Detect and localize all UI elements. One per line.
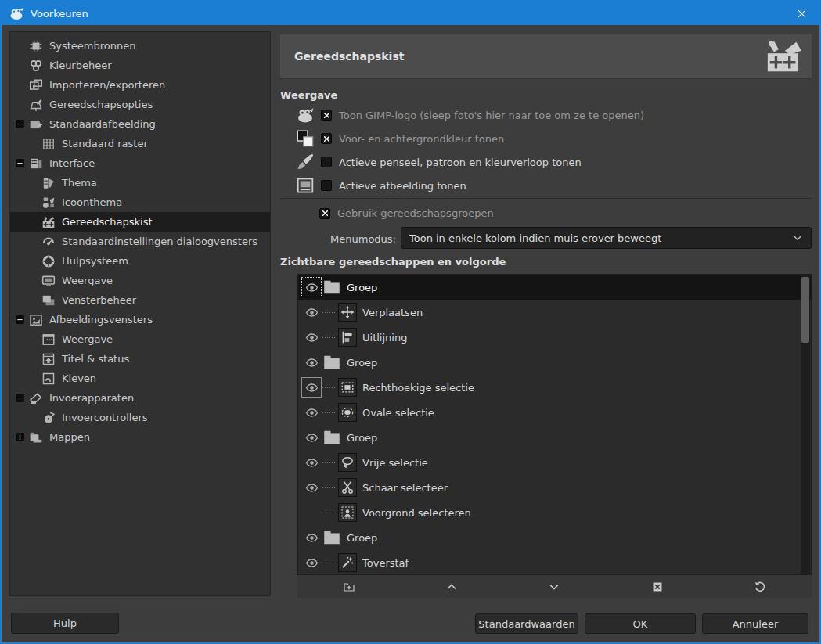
tool-row-ovale-selectie[interactable]: Ovale selectie — [298, 400, 811, 425]
sidebar-item-label: Titel & status — [62, 353, 129, 365]
sidebar-item-hulpsysteem[interactable]: Hulpsysteem — [10, 251, 270, 271]
tool-visibility-toggle[interactable] — [301, 275, 322, 300]
sidebar-item-weergave[interactable]: Weergave — [10, 329, 270, 349]
tool-visibility-toggle[interactable] — [301, 550, 322, 575]
tool-visibility-toggle[interactable] — [301, 375, 322, 400]
sidebar-item-label: Mappen — [49, 431, 90, 443]
view-options: Toon GIMP-logo (sleep foto's hier naar t… — [280, 103, 812, 197]
sidebar-item-vensterbeheer[interactable]: Vensterbeheer — [10, 290, 270, 310]
actieve-afbeelding-tonen-checkbox[interactable] — [321, 180, 332, 191]
expander-minus-icon[interactable]: − — [16, 315, 24, 324]
tool-label: Ovale selectie — [362, 407, 434, 419]
sidebar-item-afbeeldingsvensters[interactable]: −Afbeeldingsvensters — [10, 310, 270, 329]
sidebar-item-weergave[interactable]: Weergave — [10, 271, 270, 290]
eye-icon — [305, 406, 319, 419]
preferences-category-list[interactable]: SysteembronnenKleurbeheerImporteren/expo… — [9, 31, 271, 596]
tool-icon-frame — [338, 478, 357, 497]
sidebar-item-label: Weergave — [62, 333, 113, 345]
eye-wrap — [301, 402, 322, 423]
sidebar-item-titel-status[interactable]: Titel & status — [10, 349, 270, 369]
tool-list-toolbar — [297, 575, 812, 598]
tool-label: Uitlijning — [362, 332, 407, 344]
tool-visibility-toggle[interactable] — [301, 400, 322, 425]
view-option-label: Actieve penseel, patroon en kleurverloop… — [339, 157, 582, 168]
eye-icon — [305, 481, 319, 495]
tool-row-verplaatsen[interactable]: Verplaatsen — [298, 300, 811, 325]
close-button[interactable] — [784, 2, 819, 25]
tool-row-groep[interactable]: Groep — [298, 350, 811, 375]
new-tool-group-button[interactable] — [337, 577, 361, 597]
expander-minus-icon[interactable]: − — [16, 120, 24, 128]
titlebar[interactable]: Voorkeuren — [2, 2, 819, 25]
tool-row-toverstaf[interactable]: Toverstaf — [298, 550, 811, 575]
sidebar-item-interface[interactable]: −Interface — [10, 153, 270, 173]
tool-visibility-toggle[interactable] — [301, 525, 322, 550]
tool-visibility-toggle[interactable] — [301, 325, 322, 350]
eye-icon — [305, 556, 319, 570]
sidebar-item-systeembronnen[interactable]: Systeembronnen — [10, 36, 270, 56]
tool-visibility-toggle[interactable] — [301, 475, 322, 500]
use-tool-groups-checkbox[interactable] — [319, 208, 330, 219]
sidebar-item-mappen[interactable]: +Mappen — [10, 427, 270, 447]
scrollbar[interactable] — [801, 275, 810, 574]
toon-gimp-logo-checkbox[interactable] — [321, 110, 332, 121]
tool-row-voorgrond-selecteren[interactable]: Voorgrond selecteren — [298, 500, 811, 525]
ok-button[interactable]: OK — [585, 613, 696, 634]
tool-row-uitlijning[interactable]: Uitlijning — [298, 325, 811, 350]
scrollbar-thumb[interactable] — [801, 277, 809, 343]
tool-visibility-toggle[interactable] — [301, 450, 322, 475]
fg-bg-colors-icon — [296, 129, 315, 148]
sidebar-item-importeren-exporteren[interactable]: Importeren/exporteren — [10, 75, 270, 95]
tool-row-groep[interactable]: Groep — [298, 275, 811, 300]
sidebar-item-standaardafbeelding[interactable]: −Standaardafbeelding — [10, 114, 270, 134]
sidebar-item-label: Standaardafbeelding — [49, 118, 156, 130]
sidebar-item-thema[interactable]: Thema — [10, 173, 270, 192]
tool-visibility-toggle[interactable] — [301, 425, 322, 450]
reset-tool-order-button[interactable] — [748, 577, 772, 597]
tool-visibility-toggle[interactable] — [301, 300, 322, 325]
tool-visibility-toggle[interactable] — [301, 500, 322, 525]
tool-row-schaar-selecteer[interactable]: Schaar selecteer — [298, 475, 811, 500]
sidebar-item-invoercontrollers[interactable]: Invoercontrollers — [10, 408, 270, 427]
sidebar-item-kleurbeheer[interactable]: Kleurbeheer — [10, 56, 270, 75]
view-option-row: Actieve afbeelding tonen — [280, 174, 812, 197]
view-option-label: Voor- en achtergrondkleur tonen — [339, 133, 504, 145]
eye-icon — [305, 306, 319, 319]
tool-row-groep[interactable]: Groep — [298, 525, 811, 550]
eye-wrap — [301, 277, 322, 297]
cancel-button[interactable]: Annuleer — [702, 613, 808, 634]
image-windows-icon — [29, 313, 43, 327]
actieve-penseel-patroon-en-kleurverloop-tonen-checkbox[interactable] — [321, 157, 332, 167]
sidebar-item-standaardinstellingen-dialoogvensters[interactable]: Standaardinstellingen dialoogvensters — [10, 232, 270, 251]
tool-row-groep[interactable]: Groep — [298, 425, 811, 450]
chevron-up-icon — [445, 581, 458, 593]
tree-connector — [322, 450, 338, 475]
display-icon — [41, 274, 56, 288]
sidebar-item-kleven[interactable]: Kleven — [10, 369, 270, 388]
sidebar-item-invoerapparaten[interactable]: −Invoerapparaten — [10, 388, 270, 408]
reset-icon — [754, 581, 766, 593]
expander-minus-icon[interactable]: − — [16, 159, 24, 167]
delete-tool-button[interactable] — [646, 577, 669, 597]
sidebar-item-standaard-raster[interactable]: Standaard raster — [10, 134, 270, 153]
chevron-down-icon — [548, 581, 560, 593]
expander-plus-icon[interactable]: + — [16, 433, 24, 441]
raise-tool-button[interactable] — [440, 577, 463, 597]
tree-connector — [322, 300, 338, 325]
defaults-button[interactable]: Standaardwaarden — [475, 613, 578, 634]
sidebar-item-gereedschapskist[interactable]: Gereedschapskist — [10, 212, 270, 232]
folders-icon — [29, 430, 43, 444]
menu-mode-label: Menumodus: — [280, 233, 396, 245]
lower-tool-button[interactable] — [542, 577, 566, 597]
sidebar-item-icoonthema[interactable]: Icoonthema — [10, 192, 270, 212]
tool-row-vrije-selectie[interactable]: Vrije selectie — [298, 450, 811, 475]
voor-en-achtergrondkleur-tonen-checkbox[interactable] — [321, 133, 332, 144]
active-image-icon — [296, 176, 315, 195]
tool-row-rechthoekige-selectie[interactable]: Rechthoekige selectie — [298, 375, 811, 400]
tool-visibility-toggle[interactable] — [301, 350, 322, 375]
menu-mode-select[interactable]: Toon in enkele kolom indien muis erover … — [401, 227, 812, 249]
visible-tools-list[interactable]: GroepVerplaatsenUitlijningGroepRechthoek… — [297, 274, 812, 575]
expander-minus-icon[interactable]: − — [16, 394, 24, 402]
help-button[interactable]: Hulp — [11, 613, 119, 634]
sidebar-item-gereedschapsopties[interactable]: Gereedschapsopties — [10, 95, 270, 114]
